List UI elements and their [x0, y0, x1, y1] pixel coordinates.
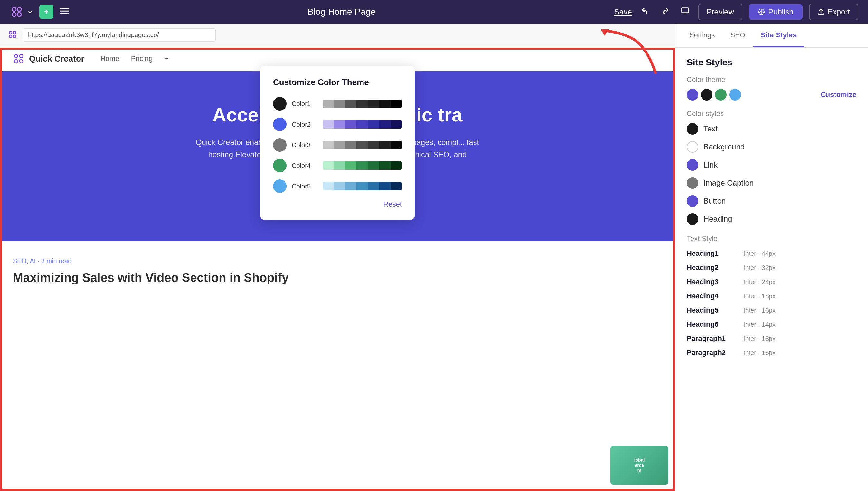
color-segment-3-7[interactable]: [391, 141, 402, 149]
svg-rect-5: [60, 11, 69, 11]
color-styles-label: Color styles: [687, 110, 857, 118]
color-style-item-4: Button: [687, 195, 857, 207]
text-style-name-3: Heading4: [687, 292, 738, 300]
nav-add[interactable]: +: [164, 54, 168, 63]
color-segment-5-2[interactable]: [334, 182, 345, 191]
color-segment-2-7[interactable]: [391, 120, 402, 128]
color-label-4: Color4: [292, 162, 317, 170]
toolbar-logo: [10, 5, 33, 19]
color-segment-2-1[interactable]: [322, 120, 334, 128]
color-segment-5-4[interactable]: [356, 182, 368, 191]
color-bar-3[interactable]: [322, 141, 402, 149]
color-bar-2[interactable]: [322, 120, 402, 128]
nav-home[interactable]: Home: [100, 54, 119, 63]
brand-name: Quick Creator: [29, 54, 84, 64]
color-segment-5-6[interactable]: [379, 182, 391, 191]
preview-button[interactable]: Preview: [698, 4, 742, 20]
tab-settings[interactable]: Settings: [682, 24, 723, 47]
color-segment-5-3[interactable]: [345, 182, 356, 191]
add-button[interactable]: +: [39, 5, 54, 19]
undo-button[interactable]: [639, 4, 652, 20]
device-toggle-button[interactable]: [678, 4, 692, 20]
color-row-3: Color3: [273, 138, 402, 152]
style-label-0[interactable]: Text: [704, 124, 718, 134]
color-circle-3: [273, 138, 286, 152]
color-style-item-3: Image Caption: [687, 177, 857, 189]
text-style-desc-1: Inter · 32px: [743, 264, 776, 271]
publish-label: Publish: [768, 7, 794, 17]
color-segment-5-5[interactable]: [368, 182, 379, 191]
site-logo: Quick Creator: [13, 53, 84, 64]
color-rows-container: Color1Color2Color3Color4Color5: [273, 97, 402, 193]
theme-circle-4: [729, 89, 741, 100]
text-style-row-7: Paragraph2Inter · 16px: [687, 349, 857, 357]
text-style-row-6: Paragraph1Inter · 18px: [687, 335, 857, 343]
color-segment-5-1[interactable]: [322, 182, 334, 191]
text-style-desc-0: Inter · 44px: [743, 250, 776, 257]
style-label-3[interactable]: Image Caption: [704, 178, 754, 187]
color-segment-1-2[interactable]: [334, 99, 345, 108]
theme-circle-3: [715, 89, 727, 100]
panel-tabs: Settings SEO Site Styles: [675, 24, 868, 48]
panel-section-title: Site Styles: [687, 57, 857, 68]
color-segment-1-6[interactable]: [379, 99, 391, 108]
text-style-name-2: Heading3: [687, 278, 738, 286]
color-bar-5[interactable]: [322, 182, 402, 191]
publish-button[interactable]: Publish: [749, 4, 803, 20]
color-segment-1-3[interactable]: [345, 99, 356, 108]
site-logo-small-icon: [8, 30, 18, 39]
blog-title: Maximizing Sales with Video Section in S…: [13, 270, 662, 286]
color-segment-2-2[interactable]: [334, 120, 345, 128]
reset-button[interactable]: Reset: [383, 200, 402, 208]
theme-circle-2: [701, 89, 712, 100]
color-segment-1-1[interactable]: [322, 99, 334, 108]
color-segment-2-4[interactable]: [356, 120, 368, 128]
text-style-desc-3: Inter · 18px: [743, 292, 776, 300]
color-circle-2: [273, 118, 286, 131]
url-input[interactable]: [23, 28, 216, 41]
color-segment-1-5[interactable]: [368, 99, 379, 108]
tab-site-styles[interactable]: Site Styles: [753, 24, 804, 47]
color-segment-3-4[interactable]: [356, 141, 368, 149]
color-segment-4-4[interactable]: [356, 162, 368, 170]
save-button[interactable]: Save: [614, 7, 632, 17]
color-segment-3-1[interactable]: [322, 141, 334, 149]
customize-link[interactable]: Customize: [821, 90, 857, 99]
color-segment-4-1[interactable]: [322, 162, 334, 170]
color-segment-4-7[interactable]: [391, 162, 402, 170]
svg-point-2: [12, 12, 16, 17]
color-segment-3-6[interactable]: [379, 141, 391, 149]
color-segment-2-5[interactable]: [368, 120, 379, 128]
svg-point-0: [12, 7, 16, 11]
color-segment-4-2[interactable]: [334, 162, 345, 170]
style-circle-3: [687, 177, 698, 189]
color-segment-3-2[interactable]: [334, 141, 345, 149]
redo-button[interactable]: [658, 4, 672, 20]
page-title: Blog Home Page: [75, 7, 608, 17]
color-segment-2-6[interactable]: [379, 120, 391, 128]
toolbar-actions: Save Preview: [614, 4, 858, 20]
dropdown-arrow-icon[interactable]: [27, 9, 33, 15]
color-segment-1-4[interactable]: [356, 99, 368, 108]
export-button[interactable]: Export: [809, 4, 858, 20]
style-circle-5: [687, 213, 698, 225]
color-segment-4-5[interactable]: [368, 162, 379, 170]
style-label-1[interactable]: Background: [704, 142, 745, 151]
color-bar-4[interactable]: [322, 162, 402, 170]
color-segment-5-7[interactable]: [391, 182, 402, 191]
color-segment-1-7[interactable]: [391, 99, 402, 108]
style-label-4[interactable]: Button: [704, 197, 726, 206]
tab-seo[interactable]: SEO: [723, 24, 753, 47]
color-segment-4-6[interactable]: [379, 162, 391, 170]
color-segment-4-3[interactable]: [345, 162, 356, 170]
color-circle-5: [273, 179, 286, 193]
color-segment-3-5[interactable]: [368, 141, 379, 149]
color-segment-3-3[interactable]: [345, 141, 356, 149]
color-row-5: Color5: [273, 179, 402, 193]
nav-pricing[interactable]: Pricing: [131, 54, 153, 63]
style-label-2[interactable]: Link: [704, 161, 718, 170]
style-label-5[interactable]: Heading: [704, 214, 732, 224]
color-bar-1[interactable]: [322, 99, 402, 108]
color-segment-2-3[interactable]: [345, 120, 356, 128]
menu-button[interactable]: [60, 6, 69, 18]
